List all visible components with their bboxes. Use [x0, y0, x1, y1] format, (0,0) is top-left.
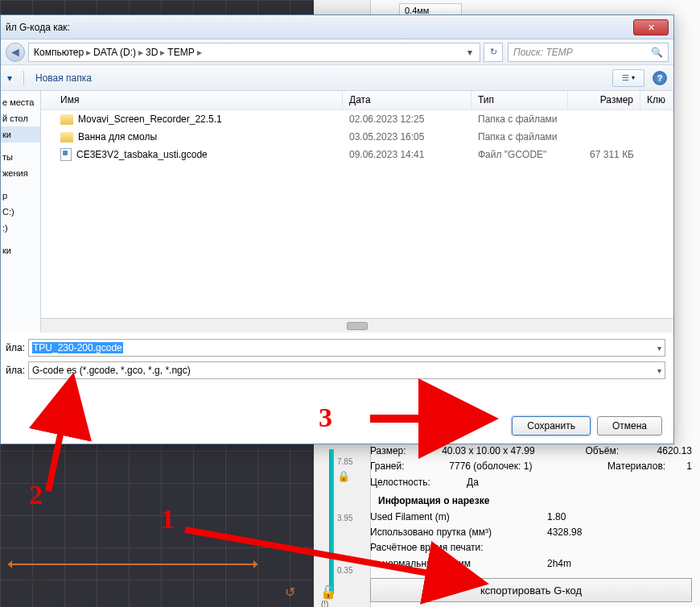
chevron-right-icon: ▸ — [138, 47, 143, 58]
info-value: 40.03 x 10.00 x 47.99 — [442, 444, 585, 458]
info-value: 4328.98 — [547, 526, 582, 539]
slider-tick: 0.35 — [337, 566, 352, 575]
section-header: Информация о нарезке — [378, 494, 692, 508]
sidebar-item[interactable]: ты — [1, 149, 40, 165]
file-row[interactable]: Movavi_Screen_Recorder_22.5.1 02.06.2023… — [41, 110, 673, 128]
sidebar-item — [1, 181, 40, 188]
save-fields: йла: TPU_230-200.gcode ▾ йла: G-code es … — [1, 332, 673, 379]
column-date[interactable]: Дата — [343, 91, 471, 109]
search-placeholder: Поиск: TEMP — [513, 47, 573, 58]
file-date: 02.06.2023 12:25 — [343, 114, 471, 125]
info-label: Целостность: — [370, 476, 467, 489]
sidebar-item — [1, 236, 40, 242]
breadcrumb-path[interactable]: Компьютер▸ DATA (D:)▸ 3D▸ TEMP▸ ▾ — [28, 43, 480, 62]
dialog-toolbar: ▾ Новая папка ☰▾ ? — [1, 65, 673, 91]
sidebar-item[interactable]: жения — [1, 165, 40, 181]
column-name[interactable]: Имя — [41, 91, 343, 109]
column-type[interactable]: Тип — [471, 91, 568, 109]
column-headers: Имя Дата Тип Размер Клю — [41, 91, 673, 110]
info-value: Да — [467, 476, 479, 489]
file-row[interactable]: Ванна для смолы 03.05.2023 16:05 Папка с… — [41, 128, 673, 146]
file-date: 03.05.2023 16:05 — [343, 131, 471, 142]
info-label: Расчётное время печати: — [370, 541, 547, 555]
file-type: Файл "GCODE" — [471, 149, 568, 160]
file-list: Movavi_Screen_Recorder_22.5.1 02.06.2023… — [41, 110, 673, 163]
breadcrumb-item[interactable]: Компьютер — [34, 47, 84, 58]
unlock-icon[interactable]: 🔓 — [320, 584, 336, 600]
info-value: 1 — [686, 460, 692, 473]
info-label: Использовано прутка (мм³) — [370, 526, 547, 539]
slider-tick: 7.85 — [337, 457, 352, 466]
model-info-panel: Размер:40.03 x 10.00 x 47.99Объём:4620.1… — [370, 444, 692, 572]
new-folder-button[interactable]: Новая папка — [35, 72, 92, 84]
save-button[interactable]: Сохранить — [512, 416, 591, 436]
filetype-label: йла: — [1, 365, 25, 376]
info-label: Размер: — [370, 444, 442, 458]
file-name: Ванна для смолы — [78, 131, 157, 142]
chevron-right-icon: ▸ — [160, 47, 165, 58]
scrollbar-thumb[interactable] — [347, 322, 368, 330]
export-gcode-button[interactable]: кспортировать G-код — [370, 578, 692, 602]
organize-menu[interactable]: ▾ — [7, 72, 12, 84]
info-label: Used Filament (m) — [370, 510, 547, 524]
file-type: Папка с файлами — [471, 131, 568, 142]
address-bar: ◄ Компьютер▸ DATA (D:)▸ 3D▸ TEMP▸ ▾ ↻ По… — [1, 39, 673, 65]
info-value: 1.80 — [547, 510, 566, 524]
column-size[interactable]: Размер — [568, 91, 640, 109]
filename-input[interactable]: TPU_230-200.gcode ▾ — [28, 339, 665, 357]
sidebar-item[interactable]: е места — [1, 94, 40, 110]
horizontal-scrollbar[interactable] — [41, 318, 673, 332]
help-icon: ? — [657, 73, 663, 83]
chevron-right-icon: ▸ — [86, 47, 91, 58]
lock-icon[interactable]: 🔒 — [337, 470, 350, 482]
search-input[interactable]: Поиск: TEMP 🔍 — [508, 43, 669, 62]
refresh-button[interactable]: ↻ — [484, 43, 503, 62]
chevron-down-icon[interactable]: ▾ — [657, 366, 661, 375]
chevron-down-icon[interactable]: ▾ — [657, 344, 661, 353]
search-icon[interactable]: 🔍 — [651, 47, 663, 58]
filetype-select[interactable]: G-code es (*.gcode, *.gco, *.g, *.ngc) ▾ — [28, 361, 665, 379]
horizontal-slider[interactable]: 48432 48272 — [8, 564, 257, 565]
layer-slider[interactable]: 7.85 3.95 0.35 (!) — [329, 449, 334, 594]
sidebar-item[interactable]: й стол — [1, 110, 40, 126]
sidebar-item — [1, 142, 40, 149]
breadcrumb-item[interactable]: TEMP — [167, 47, 194, 58]
cancel-button[interactable]: Отмена — [597, 416, 662, 436]
info-label: Граней: — [370, 460, 449, 473]
sidebar-item[interactable]: C:) — [1, 204, 40, 220]
slider-value: 48272 — [24, 575, 49, 584]
column-key[interactable]: Клю — [640, 91, 673, 109]
close-button[interactable]: ✕ — [633, 19, 669, 35]
info-value: 7776 (оболочек: 1) — [449, 460, 607, 473]
breadcrumb-item[interactable]: 3D — [146, 47, 158, 58]
sidebar-item[interactable]: ки — [1, 126, 40, 142]
gcode-file-icon — [60, 148, 72, 161]
filetype-value: G-code es (*.gcode, *.gco, *.g, *.ngc) — [32, 365, 191, 376]
info-label: - нормальный режим — [370, 557, 547, 571]
sidebar-item[interactable]: ки — [1, 242, 40, 258]
help-button[interactable]: ? — [653, 71, 667, 85]
file-type: Папка с файлами — [471, 114, 568, 125]
file-date: 09.06.2023 14:41 — [343, 149, 471, 160]
dialog-titlebar[interactable]: йл G-кода как: ✕ — [1, 15, 673, 39]
breadcrumb-item[interactable]: DATA (D:) — [93, 47, 136, 58]
slider-reset-button[interactable]: (!) — [321, 600, 328, 607]
slider-tick: 3.95 — [337, 514, 352, 522]
filename-label: йла: — [1, 342, 25, 353]
nav-back-button[interactable]: ◄ — [6, 43, 25, 62]
folder-icon — [60, 132, 73, 142]
filename-value: TPU_230-200.gcode — [32, 342, 123, 353]
refresh-icon: ↻ — [490, 47, 497, 57]
separator — [23, 71, 24, 85]
triangle-left-icon: ◄ — [9, 45, 22, 60]
chevron-down-icon[interactable]: ▾ — [467, 47, 472, 58]
sidebar-item[interactable]: р — [1, 188, 40, 204]
undo-icon[interactable]: ↺ — [285, 584, 295, 600]
list-icon: ☰ — [622, 73, 629, 82]
file-name: CE3E3V2_tasbaka_usti.gcode — [76, 149, 208, 160]
view-mode-button[interactable]: ☰▾ — [612, 69, 644, 87]
info-value: 2h4m — [547, 557, 571, 571]
info-value: 4620.13 — [657, 444, 692, 458]
file-row[interactable]: CE3E3V2_tasbaka_usti.gcode 09.06.2023 14… — [41, 146, 673, 163]
sidebar-item[interactable]: :) — [1, 220, 40, 236]
